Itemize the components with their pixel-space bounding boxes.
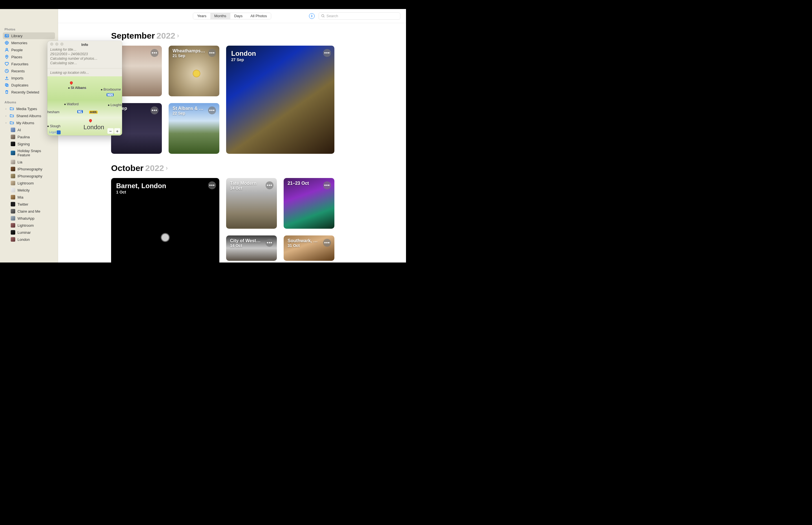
- sidebar-item-library[interactable]: Library: [3, 32, 55, 39]
- photo-card[interactable]: 21–23 Oct •••: [284, 178, 334, 229]
- photo-card[interactable]: Tate Modern14 Oct •••: [226, 178, 277, 229]
- sidebar-item-label: Favourites: [11, 62, 28, 66]
- photo-card[interactable]: Wheathampst…21 Sep •••: [169, 46, 219, 96]
- sidebar-item-label: My Albums: [16, 121, 34, 125]
- map-zoom-in[interactable]: +: [114, 128, 120, 134]
- photo-card[interactable]: London27 Sep •••: [226, 46, 334, 154]
- sidebar-album-item[interactable]: Holiday Snaps Feature: [9, 148, 55, 158]
- more-button[interactable]: •••: [208, 106, 216, 114]
- month-header-september[interactable]: September 2022 ›: [111, 31, 397, 41]
- search-placeholder: Search: [327, 14, 338, 18]
- memories-icon: [4, 41, 9, 45]
- card-title: Barnet, London: [116, 182, 205, 190]
- tab-months[interactable]: Months: [210, 13, 230, 19]
- sidebar-album-item[interactable]: Mia: [9, 194, 55, 200]
- photo-card[interactable]: St Albans & St…22 Sep •••: [169, 103, 219, 154]
- sidebar-item-label: Luminar: [17, 230, 31, 235]
- info-panel[interactable]: Info Looking for title… 25/12/2003 – 24/…: [47, 41, 122, 135]
- sidebar-item-label: Imports: [11, 76, 24, 80]
- album-thumb: [11, 181, 15, 185]
- sidebar-item-label: London: [17, 237, 30, 242]
- view-segmented-control: Years Months Days All Photos: [193, 13, 271, 19]
- sidebar-album-item[interactable]: Melicity: [9, 187, 55, 194]
- sidebar-item-label: Library: [11, 34, 23, 38]
- card-date: 21 Sep: [173, 54, 205, 58]
- card-date: 22 Sep: [173, 111, 205, 116]
- map-legal[interactable]: Legal: [49, 131, 61, 134]
- more-button[interactable]: •••: [265, 239, 274, 247]
- album-thumb: [11, 142, 15, 146]
- tab-days[interactable]: Days: [230, 13, 247, 19]
- sidebar-item-label: Claire and Me: [17, 209, 40, 213]
- sidebar-item-label: Shared Albums: [16, 114, 41, 118]
- album-thumb: [11, 195, 15, 199]
- card-date: 1 Oct: [116, 190, 205, 194]
- album-thumb: [11, 209, 15, 213]
- sidebar-album-item[interactable]: Claire and Me: [9, 208, 55, 215]
- import-icon: [4, 76, 9, 80]
- info-button[interactable]: i: [309, 13, 315, 19]
- svg-point-9: [322, 15, 324, 17]
- more-button[interactable]: •••: [323, 181, 331, 189]
- sidebar-album-item[interactable]: WhatsApp: [9, 215, 55, 222]
- more-button[interactable]: •••: [150, 49, 158, 57]
- card-date: 31 Oct: [288, 243, 320, 248]
- sidebar-item-label: Memories: [11, 41, 27, 45]
- chevron-right-icon: ›: [166, 164, 168, 172]
- sidebar-item-label: Recents: [11, 69, 25, 73]
- sidebar-album-item[interactable]: IPhoneography: [9, 166, 55, 172]
- sidebar-album-item[interactable]: Twitter: [9, 201, 55, 208]
- tab-years[interactable]: Years: [193, 13, 210, 19]
- album-thumb: [11, 188, 15, 192]
- album-thumb: [11, 135, 15, 139]
- folder-icon: [10, 121, 14, 125]
- sidebar-album-item[interactable]: Signing: [9, 140, 55, 147]
- album-thumb: [11, 223, 15, 228]
- svg-point-4: [6, 48, 8, 50]
- heart-icon: [4, 62, 9, 66]
- trash-icon: [4, 90, 9, 94]
- svg-point-3: [6, 42, 7, 43]
- chevron-down-icon: ›: [4, 121, 8, 124]
- more-button[interactable]: •••: [208, 49, 216, 57]
- sidebar-album-item[interactable]: London: [9, 236, 55, 243]
- pin-icon: [4, 55, 9, 59]
- sidebar-album-item[interactable]: Luminar: [9, 229, 55, 236]
- sidebar-album-item[interactable]: IPhoneography: [9, 172, 55, 179]
- map-label: St Albans: [68, 86, 86, 90]
- search-input[interactable]: Search: [319, 12, 400, 20]
- month-name: October: [111, 163, 144, 173]
- svg-point-2: [5, 41, 9, 45]
- tab-all-photos[interactable]: All Photos: [246, 13, 271, 19]
- month-year: 2022: [157, 31, 175, 41]
- sidebar-album-item[interactable]: Lia: [9, 159, 55, 165]
- sidebar-album-item[interactable]: Lightroom: [9, 180, 55, 186]
- sidebar-item-label: Melicity: [17, 188, 30, 192]
- card-title: London: [231, 49, 320, 58]
- more-button[interactable]: •••: [323, 239, 331, 247]
- map-label: hesham: [47, 110, 59, 114]
- month-header-october[interactable]: October 2022 ›: [111, 163, 397, 173]
- card-date: 14 Oct: [230, 243, 263, 248]
- more-button[interactable]: •••: [208, 181, 216, 189]
- chevron-right-icon: ›: [177, 32, 179, 40]
- more-button[interactable]: •••: [265, 181, 274, 189]
- map-label: Broxbourne: [101, 88, 121, 92]
- sidebar-item-label: Twitter: [17, 202, 28, 207]
- map-zoom-out[interactable]: −: [107, 128, 114, 134]
- sidebar-heading-photos: Photos: [3, 27, 55, 32]
- photo-card[interactable]: Southwark, Lo…31 Oct •••: [284, 236, 334, 261]
- more-button[interactable]: •••: [323, 49, 331, 57]
- photo-card[interactable]: City of Westmi…14 Oct •••: [226, 236, 277, 261]
- info-map[interactable]: St Albans Broxbourne Watford Loughton M2…: [47, 76, 122, 135]
- photo-card[interactable]: Barnet, London1 Oct •••: [111, 178, 219, 262]
- map-label-london: London: [84, 124, 104, 131]
- folder-icon: [10, 114, 14, 118]
- sidebar-item-label: WhatsApp: [17, 216, 34, 221]
- info-line: Calculating number of photos…: [50, 56, 119, 61]
- album-thumb: [11, 151, 15, 155]
- more-button[interactable]: •••: [150, 106, 158, 114]
- map-label: Slough: [47, 124, 60, 128]
- card-title: 21–23 Oct: [288, 181, 320, 186]
- sidebar-album-item[interactable]: Lightroom: [9, 222, 55, 229]
